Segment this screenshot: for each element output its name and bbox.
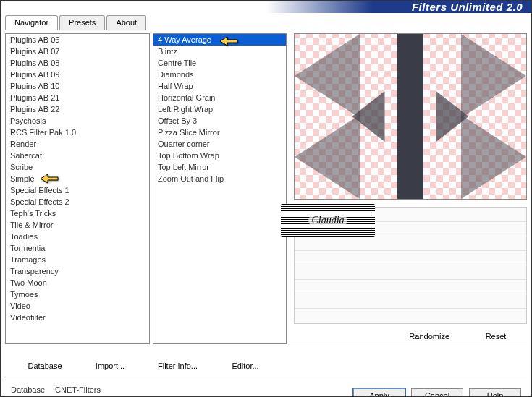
list-item[interactable]: Simple [6,173,149,184]
list-item[interactable]: Videofilter [6,312,149,323]
filter-column: 4 Way AverageBlintzCentre TileDiamondsHa… [153,33,287,344]
list-item[interactable]: Two Moon [6,277,149,289]
randomize-button[interactable]: Randomize [401,328,457,344]
list-item[interactable]: Centre Tile [153,57,286,69]
filter-listbox[interactable]: 4 Way AverageBlintzCentre TileDiamondsHa… [153,33,287,344]
list-item[interactable]: Plugins AB 22 [6,103,149,115]
tab-navigator[interactable]: Navigator [5,15,58,30]
titlebar: Filters Unlimited 2.0 [1,1,531,13]
list-item[interactable]: Offset By 3 [153,115,286,127]
list-item[interactable]: Plugins AB 10 [6,80,149,92]
preview-shape [295,34,526,199]
list-item[interactable]: Horizontal Grain [153,92,286,103]
list-item[interactable]: Tile & Mirror [6,219,149,231]
list-item[interactable]: Transparency [6,265,149,277]
preview-column: 4 Way Average Randomize Reset [290,33,527,344]
toolbar-row: Database Import... Filter Info... Editor… [5,355,527,377]
reset-button[interactable]: Reset [470,328,521,344]
list-item[interactable]: Tymoes [6,289,149,300]
navigator-panel: Plugins AB 06Plugins AB 07Plugins AB 08P… [5,30,527,344]
tab-bar: NavigatorPresetsAbout [5,14,527,30]
footer-buttons: Apply Cancel Help [353,388,521,397]
watermark-badge: Claudia [281,204,375,237]
list-item[interactable]: Pizza Slice Mirror [153,127,286,138]
tab-about[interactable]: About [106,15,146,30]
list-item[interactable]: Left Right Wrap [153,103,286,115]
list-item[interactable]: Special Effects 2 [6,196,149,208]
list-item[interactable]: Blintz [153,46,286,57]
tab-presets[interactable]: Presets [59,15,105,30]
import-button[interactable]: Import... [85,358,135,374]
filters-unlimited-window: Filters Unlimited 2.0 NavigatorPresetsAb… [1,1,531,396]
list-item[interactable]: Render [6,138,149,150]
db-label: Database: [11,385,53,396]
list-item[interactable]: Video [6,300,149,312]
apply-button[interactable]: Apply [353,388,405,397]
cancel-button[interactable]: Cancel [411,388,463,397]
list-item[interactable]: Top Left Mirror [153,161,286,173]
list-item[interactable]: 4 Way Average [153,34,286,46]
list-item[interactable]: Zoom Out and Flip [153,173,286,184]
category-listbox[interactable]: Plugins AB 06Plugins AB 07Plugins AB 08P… [5,33,150,344]
list-item[interactable]: Plugins AB 09 [6,69,149,80]
content-area: NavigatorPresetsAbout Plugins AB 06Plugi… [1,13,531,397]
list-item[interactable]: Top Bottom Wrap [153,150,286,161]
preview-button-row: Randomize Reset [294,324,527,344]
db-value: ICNET-Filters [53,385,101,394]
list-item[interactable]: Plugins AB 06 [6,34,149,46]
category-column: Plugins AB 06Plugins AB 07Plugins AB 08P… [5,33,150,344]
list-item[interactable]: Psychosis [6,115,149,127]
list-item[interactable]: Half Wrap [153,80,286,92]
list-item[interactable]: Teph's Tricks [6,208,149,219]
filter-info-button[interactable]: Filter Info... [150,358,206,374]
list-item[interactable]: RCS Filter Pak 1.0 [6,127,149,138]
watermark-text: Claudia [308,215,347,226]
list-item[interactable]: Quarter corner [153,138,286,150]
footer-info: Database:ICNET-Filters Filters:3115 [11,385,101,397]
list-item[interactable]: Sabercat [6,150,149,161]
list-item[interactable]: Tormentia [6,242,149,254]
editor-button[interactable]: Editor... [220,358,271,374]
list-item[interactable]: Plugins AB 21 [6,92,149,103]
list-item[interactable]: Diamonds [153,69,286,80]
footer: Database:ICNET-Filters Filters:3115 Appl… [5,380,527,397]
list-item[interactable]: Tramages [6,254,149,265]
separator [5,346,527,346]
app-title: Filters Unlimited 2.0 [412,1,523,13]
list-item[interactable]: Plugins AB 07 [6,46,149,57]
list-item[interactable]: Special Effects 1 [6,184,149,196]
list-item[interactable]: Scribe [6,161,149,173]
list-item[interactable]: Toadies [6,231,149,242]
preview-image [294,33,527,200]
help-button[interactable]: Help [469,388,521,397]
list-item[interactable]: Plugins AB 08 [6,57,149,69]
database-button[interactable]: Database [20,358,70,374]
